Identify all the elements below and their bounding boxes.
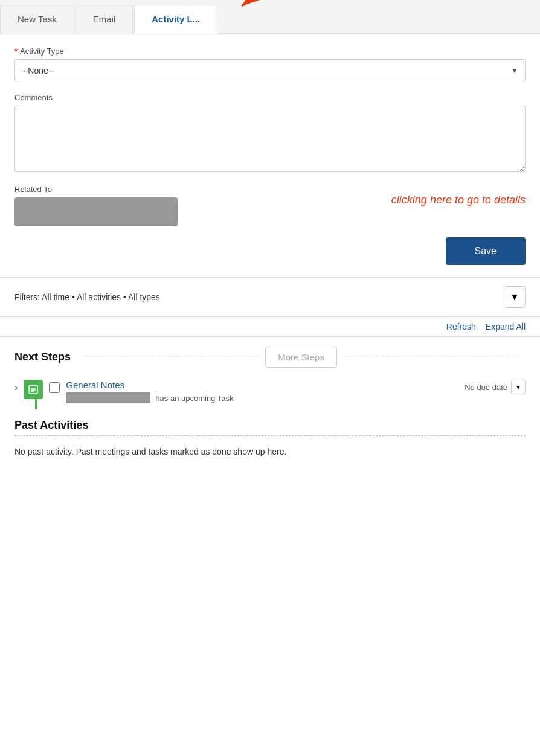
dashed-divider-right (343, 357, 519, 357)
task-row: › General Notes has an upcoming Task No … (0, 374, 540, 409)
comments-label: Comments (14, 93, 526, 102)
more-steps-button[interactable]: More Steps (265, 347, 337, 368)
related-to-label: Related To (14, 185, 526, 194)
related-to-input[interactable] (14, 197, 178, 226)
action-links-bar: Refresh Expand All (0, 317, 540, 337)
annotation-text: clicking here to go to details (391, 194, 526, 207)
activity-type-label: * Activity Type (14, 46, 526, 56)
svg-rect-2 (29, 385, 37, 394)
required-star: * (14, 46, 18, 56)
checklist-icon (28, 384, 39, 395)
form-section: * Activity Type --None-- Call Meeting Em… (0, 34, 540, 278)
refresh-link[interactable]: Refresh (446, 322, 476, 332)
task-checkbox[interactable] (49, 382, 60, 393)
task-title-link[interactable]: General Notes (66, 380, 124, 390)
next-steps-title: Next Steps (14, 351, 71, 364)
filter-funnel-icon: ▼ (510, 292, 519, 303)
comments-textarea[interactable] (14, 106, 526, 172)
past-activities-title: Past Activities (14, 419, 526, 432)
tab-email[interactable]: Email (76, 5, 133, 34)
filters-bar: Filters: All time • All activities • All… (0, 278, 540, 317)
activity-type-select-wrapper: --None-- Call Meeting Email ▼ (14, 59, 526, 82)
tabs-container: New Task Email Activity L... (0, 0, 540, 34)
tab-activity-log[interactable]: Activity L... (134, 5, 217, 34)
related-to-field-group: Related To clicking here to go to detail… (14, 185, 526, 226)
past-activities-section: Past Activities No past activity. Past m… (0, 409, 540, 468)
filters-text: Filters: All time • All activities • All… (14, 292, 160, 302)
next-steps-section-header: Next Steps More Steps (0, 337, 540, 374)
expand-all-link[interactable]: Expand All (486, 322, 526, 332)
past-activities-divider (14, 435, 526, 436)
activity-type-field-group: * Activity Type --None-- Call Meeting Em… (14, 46, 526, 82)
task-type-icon (24, 380, 43, 399)
task-content: General Notes has an upcoming Task (66, 380, 458, 403)
tab-new-task[interactable]: New Task (0, 5, 74, 34)
save-row: Save (14, 237, 526, 265)
task-due-date-text: No due date (464, 383, 507, 392)
save-button[interactable]: Save (446, 237, 526, 265)
dashed-divider-left (83, 357, 259, 357)
task-green-bar (35, 397, 37, 409)
task-subtitle-row: has an upcoming Task (66, 392, 458, 403)
activity-type-select[interactable]: --None-- Call Meeting Email (14, 59, 526, 82)
task-expand-arrow-icon[interactable]: › (14, 382, 18, 393)
no-past-activity-text: No past activity. Past meetings and task… (14, 446, 526, 458)
task-subtitle-text: has an upcoming Task (155, 394, 233, 403)
filter-icon-button[interactable]: ▼ (504, 286, 526, 308)
task-due-date-dropdown[interactable]: ▼ (511, 380, 526, 394)
task-due-date: No due date ▼ (464, 380, 526, 394)
comments-field-group: Comments (14, 93, 526, 174)
task-subtitle-redacted (66, 392, 150, 403)
